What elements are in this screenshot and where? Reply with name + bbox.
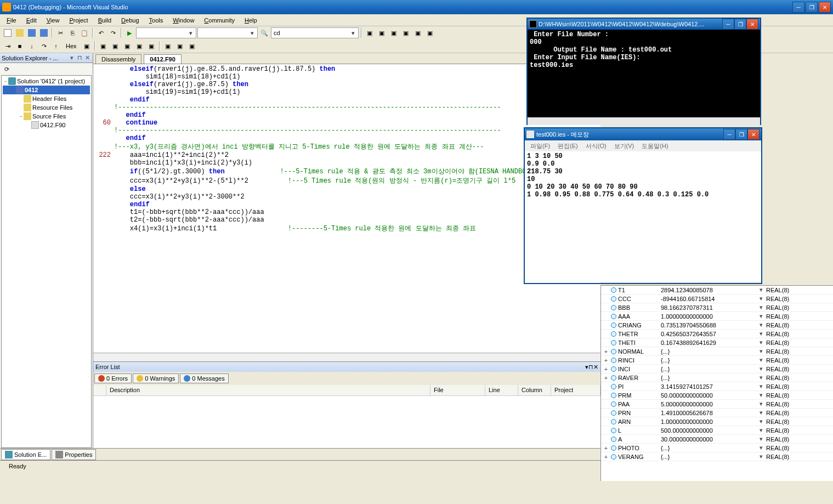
local-row[interactable]: AAA1.00000000000000▾REAL(8) [601, 312, 833, 321]
run-button[interactable]: ▶ [124, 27, 135, 38]
debug-tool-7[interactable]: ▣ [162, 41, 173, 52]
local-row[interactable]: L500.000000000000▾REAL(8) [601, 426, 833, 435]
project-node[interactable]: −0412 [3, 86, 90, 94]
properties-tab[interactable]: Properties [52, 449, 96, 460]
open-button[interactable] [14, 27, 25, 38]
header-files-folder[interactable]: Header Files [3, 94, 90, 103]
menu-help[interactable]: Help [240, 16, 262, 25]
console-window[interactable]: D:\WHWsin\W2011\W0412\W0412\W0412\Wdebug… [526, 18, 761, 125]
local-row[interactable]: CCC-8944160.66715814▾REAL(8) [601, 295, 833, 303]
errlist-close-button[interactable]: ✕ [593, 364, 598, 371]
local-row[interactable]: A30.0000000000000▾REAL(8) [601, 435, 833, 444]
paste-button[interactable]: 📋 [79, 27, 90, 38]
resource-files-folder[interactable]: Resource Files [3, 103, 90, 112]
local-row[interactable]: +INCI{...}▾REAL(8) [601, 365, 833, 373]
step-over-button[interactable]: ↷ [38, 41, 49, 52]
local-row[interactable]: +RAVER{...}▾REAL(8) [601, 373, 833, 382]
tool-2[interactable]: ▣ [376, 27, 387, 38]
config-dropdown-2[interactable]: ▾ [197, 27, 258, 38]
local-row[interactable]: +NORMAL{...}▾REAL(8) [601, 347, 833, 356]
source-files-folder[interactable]: −Source Files [3, 112, 90, 121]
notepad-minimize-button[interactable]: ─ [723, 129, 735, 140]
redo-button[interactable]: ↷ [107, 27, 118, 38]
locals-panel[interactable]: T12894.12340085078▾REAL(8)CCC-8944160.66… [600, 285, 833, 481]
solution-refresh-button[interactable]: ⟳ [1, 64, 12, 75]
tool-3[interactable]: ▣ [388, 27, 399, 38]
col-column[interactable]: Column [518, 385, 551, 395]
new-button[interactable] [2, 27, 13, 38]
stop-button[interactable]: ■ [14, 41, 25, 52]
config-dropdown-1[interactable]: ▾ [136, 27, 196, 38]
pane-close-button[interactable]: ✕ [83, 54, 91, 61]
save-all-button[interactable] [38, 27, 49, 38]
local-row[interactable]: PAA5.00000000000000▾REAL(8) [601, 400, 833, 409]
local-row[interactable]: BBB98.1662370787311▾REAL(8) [601, 303, 833, 312]
debug-tool-1[interactable]: ▣ [81, 41, 92, 52]
local-row[interactable]: PI3.14159274101257▾REAL(8) [601, 382, 833, 391]
local-row[interactable]: +RINCI{...}▾REAL(8) [601, 356, 833, 365]
menu-file[interactable]: File [2, 16, 21, 25]
tool-5[interactable]: ▣ [412, 27, 423, 38]
cut-button[interactable]: ✂ [55, 27, 66, 38]
local-row[interactable]: +VERANG{...}▾REAL(8) [601, 452, 833, 461]
step-out-button[interactable]: ↑ [50, 41, 61, 52]
col-file[interactable]: File [430, 385, 485, 395]
pane-pin-button[interactable]: ⊓ [76, 54, 83, 61]
tool-4[interactable]: ▣ [400, 27, 411, 38]
menu-debug[interactable]: Debug [117, 16, 143, 25]
editor-hscroll[interactable] [93, 353, 600, 361]
notepad-menu-item[interactable]: 파일(F) [527, 141, 553, 151]
col-description[interactable]: Description [106, 385, 430, 395]
copy-button[interactable]: ⎘ [67, 27, 78, 38]
menu-view[interactable]: View [42, 16, 64, 25]
messages-tab[interactable]: 0 Messages [180, 373, 228, 383]
solution-tree[interactable]: −Solution '0412' (1 project) −0412 Heade… [1, 75, 92, 448]
warnings-tab[interactable]: 0 Warnings [133, 373, 179, 383]
solution-explorer-tab[interactable]: Solution E... [1, 449, 50, 460]
find-button[interactable]: 🔍 [259, 27, 270, 38]
menu-tools[interactable]: Tools [145, 16, 168, 25]
notepad-menu-item[interactable]: 편집(E) [554, 141, 581, 151]
col-project[interactable]: Project [551, 385, 600, 395]
col-line[interactable]: Line [485, 385, 518, 395]
pane-dropdown-button[interactable]: ▾ [68, 54, 76, 61]
notepad-menu-item[interactable]: 도움말(H) [638, 141, 671, 151]
menu-build[interactable]: Build [94, 16, 116, 25]
notepad-maximize-button[interactable]: ❐ [735, 129, 747, 140]
debug-tool-6[interactable]: ▣ [146, 41, 157, 52]
local-row[interactable]: THETI0.167438892641629▾REAL(8) [601, 338, 833, 347]
notepad-menu-item[interactable]: 서식(O) [582, 141, 610, 151]
local-row[interactable]: CRIANG0.735139704550688▾REAL(8) [601, 321, 833, 330]
console-close-button[interactable]: ✕ [746, 19, 758, 30]
local-row[interactable]: T12894.12340085078▾REAL(8) [601, 286, 833, 295]
local-row[interactable]: ARN1.00000000000000▾REAL(8) [601, 417, 833, 426]
notepad-menu-item[interactable]: 보기(V) [611, 141, 638, 151]
toolbox-button[interactable]: ▣ [424, 27, 435, 38]
notepad-window[interactable]: test000.ies - 메모장 ─ ❐ ✕ 파일(F)편집(E)서식(O)보… [524, 127, 762, 284]
close-button[interactable]: ✕ [819, 2, 831, 13]
menu-window[interactable]: Window [168, 16, 199, 25]
find-combo[interactable]: cd▾ [271, 27, 359, 38]
minimize-button[interactable]: ─ [792, 2, 804, 13]
errlist-pin-button[interactable]: ⊓ [588, 364, 593, 371]
menu-project[interactable]: Project [65, 16, 92, 25]
source-file[interactable]: 0412.F90 [3, 121, 90, 129]
tab-disassembly[interactable]: Disassembly [95, 54, 141, 64]
debug-tool-2[interactable]: ▣ [98, 41, 109, 52]
debug-tool-4[interactable]: ▣ [122, 41, 133, 52]
solution-node[interactable]: −Solution '0412' (1 project) [3, 77, 90, 86]
errors-tab[interactable]: 0 Errors [94, 373, 132, 383]
notepad-close-button[interactable]: ✕ [747, 129, 760, 140]
step-button-1[interactable]: ⇥ [2, 41, 13, 52]
menu-edit[interactable]: Edit [22, 16, 41, 25]
local-row[interactable]: +PHOTO{...}▾REAL(8) [601, 444, 833, 452]
save-button[interactable] [26, 27, 37, 38]
debug-tool-3[interactable]: ▣ [110, 41, 121, 52]
notepad-body[interactable]: 1 3 10 50 0.9 0.0 218.75 30 10 0 10 20 3… [525, 151, 761, 282]
step-into-button[interactable]: ↓ [26, 41, 37, 52]
local-row[interactable]: THETR0.425650372643557▾REAL(8) [601, 330, 833, 338]
console-maximize-button[interactable]: ❐ [734, 19, 746, 30]
tab-source[interactable]: 0412.F90 [144, 54, 181, 64]
debug-tool-8[interactable]: ▣ [174, 41, 185, 52]
maximize-button[interactable]: ❐ [806, 2, 818, 13]
